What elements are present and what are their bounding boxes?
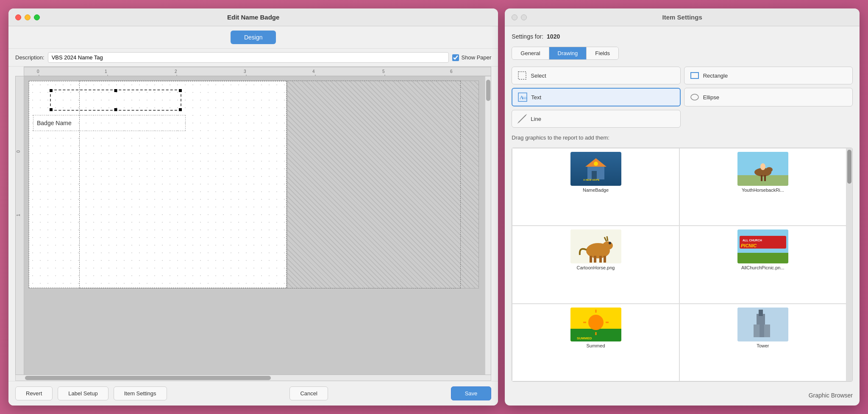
horizontal-scrollbar-thumb[interactable] [25, 376, 271, 380]
svg-text:Abc: Abc [523, 96, 527, 100]
selected-text-element[interactable] [50, 90, 181, 111]
settings-for-value: 1020 [547, 33, 560, 40]
horizontal-scrollbar[interactable] [15, 375, 491, 381]
svg-text:SUMMED: SUMMED [577, 336, 592, 340]
svg-point-55 [588, 315, 604, 330]
badge-name-element[interactable]: Badge Name [33, 115, 186, 131]
svg-text:ALL CHURCH: ALL CHURCH [743, 239, 762, 242]
handle-br[interactable] [179, 108, 182, 111]
svg-rect-17 [518, 72, 526, 79]
canvas-paper: Badge Name [28, 81, 287, 288]
vertical-scrollbar-thumb[interactable] [486, 80, 490, 101]
tabs-row: General Drawing Fields [512, 47, 619, 60]
settings-panel: Item Settings Settings for: 1020 General… [505, 8, 860, 406]
graphics-scrollbar-thumb[interactable] [847, 150, 851, 184]
minimize-button[interactable] [25, 14, 31, 20]
design-button[interactable]: Design [231, 31, 276, 44]
ruler-marks-svg: 0 1 2 3 4 5 6 [24, 67, 491, 76]
tool-text[interactable]: A Abc Text [512, 88, 680, 106]
handle-bl[interactable] [50, 108, 53, 111]
badge-name-text: Badge Name [37, 120, 72, 126]
settings-close-button[interactable] [512, 14, 517, 20]
svg-point-37 [760, 163, 765, 170]
svg-text:4: 4 [312, 69, 315, 74]
item-settings-button[interactable]: Item Settings [114, 386, 167, 400]
window-title: Edit Name Badge [227, 14, 279, 21]
svg-text:2: 2 [175, 69, 177, 74]
tab-drawing[interactable]: Drawing [549, 47, 587, 59]
handle-tr[interactable] [179, 89, 182, 92]
graphic-thumb-tower [737, 308, 788, 341]
cancel-button[interactable]: Cancel [289, 386, 328, 400]
svg-point-29 [594, 162, 598, 166]
handle-tl[interactable] [50, 89, 53, 92]
canvas-container: 0 1 2 3 4 5 6 0 1 [8, 67, 498, 381]
tool-line[interactable]: Line [512, 110, 680, 128]
graphic-namebadge[interactable]: A NEW HOPE NameBadge [512, 148, 679, 226]
show-paper-label: Show Paper [462, 54, 492, 61]
graphic-name-namebadge: NameBadge [516, 187, 675, 193]
description-input[interactable] [48, 52, 449, 63]
svg-rect-44 [590, 256, 592, 263]
graphic-cartoon-horse[interactable]: CartoonHorse.png [512, 226, 679, 303]
graphic-all-church-picnic[interactable]: ALL CHURCH PICNIC AllChurchPicnic.pn... [679, 226, 846, 303]
select-icon [517, 70, 527, 81]
graphic-summed[interactable]: SUMMED Summed [512, 304, 679, 381]
tool-select[interactable]: Select [512, 67, 680, 84]
main-window: Edit Name Badge Design Description: Show… [8, 8, 498, 406]
settings-minimize-button[interactable] [521, 14, 527, 20]
svg-point-40 [603, 241, 613, 250]
left-ruler: 0 1 [16, 76, 24, 375]
graphic-thumb-cartoon [570, 229, 621, 263]
svg-rect-65 [764, 324, 770, 337]
show-paper-checkbox[interactable] [452, 54, 459, 61]
close-button[interactable] [15, 14, 21, 20]
handle-tm[interactable] [114, 89, 117, 92]
top-ruler: 0 1 2 3 4 5 6 [24, 67, 491, 76]
graphic-browser-label[interactable]: Graphic Browser [512, 389, 853, 399]
title-bar: Edit Name Badge [8, 8, 498, 26]
svg-text:1: 1 [16, 214, 21, 216]
settings-for-row: Settings for: 1020 [512, 33, 853, 40]
graphic-thumb-summed: SUMMED [570, 308, 621, 341]
vertical-scrollbar[interactable] [485, 76, 491, 375]
label-setup-button[interactable]: Label Setup [58, 386, 108, 400]
canvas-area[interactable]: Badge Name [24, 76, 485, 375]
svg-rect-45 [594, 256, 596, 263]
tool-ellipse[interactable]: Ellipse [684, 88, 853, 106]
svg-text:0: 0 [16, 150, 21, 153]
canvas-wrapper: 0 1 [15, 76, 491, 375]
settings-title-bar: Item Settings [505, 8, 860, 26]
revert-button[interactable]: Revert [15, 386, 53, 400]
description-label: Description: [15, 54, 45, 61]
show-paper-container: Show Paper [452, 54, 492, 61]
svg-text:1: 1 [105, 69, 107, 74]
left-ruler-svg: 0 1 [16, 76, 24, 375]
svg-rect-35 [761, 175, 762, 181]
tool-select-label: Select [531, 73, 546, 79]
svg-rect-63 [759, 310, 763, 316]
tool-rectangle[interactable]: Rectangle [684, 67, 853, 84]
svg-rect-46 [599, 256, 602, 263]
handle-bm[interactable] [114, 108, 117, 111]
settings-body: Settings for: 1020 General Drawing Field… [505, 26, 860, 406]
graphics-grid-container: A NEW HOPE NameBadge [512, 148, 853, 382]
tool-rectangle-label: Rectangle [703, 73, 728, 79]
settings-for-label: Settings for: [512, 33, 543, 40]
settings-traffic-lights [512, 14, 527, 20]
save-button[interactable]: Save [451, 386, 492, 400]
maximize-button[interactable] [34, 14, 40, 20]
graphics-grid: A NEW HOPE NameBadge [512, 148, 846, 381]
graphic-youth-horseback[interactable]: YouthHorsebackRi... [679, 148, 846, 226]
tool-ellipse-label: Ellipse [703, 94, 719, 101]
tab-fields[interactable]: Fields [587, 47, 618, 59]
tab-general[interactable]: General [512, 47, 549, 59]
drawing-tools: Select Rectangle A Abc [512, 67, 853, 128]
graphic-name-picnic: AllChurchPicnic.pn... [683, 265, 843, 270]
graphic-tower[interactable]: Tower [679, 304, 846, 381]
graphic-name-summed: Summed [516, 343, 675, 348]
graphic-name-tower: Tower [683, 343, 843, 348]
graphics-drag-label: Drag graphics to the report to add them: [512, 134, 853, 141]
graphics-scrollbar[interactable] [846, 148, 852, 381]
bottom-bar: Revert Label Setup Item Settings Cancel … [8, 381, 498, 406]
